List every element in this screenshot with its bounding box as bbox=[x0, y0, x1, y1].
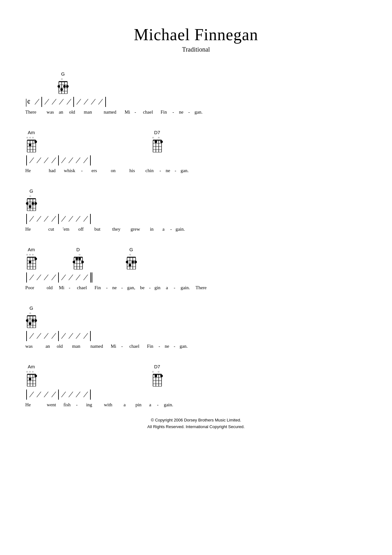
slash: / bbox=[76, 273, 80, 282]
svg-point-96 bbox=[29, 322, 31, 325]
svg-point-83 bbox=[129, 264, 131, 266]
lyric-word: grew bbox=[126, 227, 145, 232]
lyric-word: ne bbox=[163, 168, 173, 173]
slash: / bbox=[98, 97, 103, 107]
slash: / bbox=[44, 390, 48, 399]
lyric-word: old bbox=[66, 109, 78, 115]
lyric-word: named bbox=[86, 344, 108, 349]
music-row-3: G ○ bbox=[25, 183, 367, 232]
slash: / bbox=[36, 331, 41, 341]
lyric-word: Poor bbox=[25, 285, 43, 290]
lyric-word: ers bbox=[85, 168, 104, 173]
slash: / bbox=[36, 214, 41, 224]
lyric-word: a bbox=[162, 285, 172, 290]
svg-point-70 bbox=[78, 258, 81, 260]
svg-point-82 bbox=[132, 261, 134, 263]
slash: / bbox=[52, 97, 56, 107]
lyric-word: gain. bbox=[174, 227, 187, 232]
chord-grid-G5 bbox=[25, 315, 37, 328]
chord-grid-G bbox=[57, 81, 69, 94]
slash: / bbox=[44, 331, 48, 341]
lyric-word: - bbox=[67, 285, 72, 290]
slash: / bbox=[44, 273, 48, 282]
lyric-word: Fin bbox=[144, 344, 156, 349]
lyric-word: gan, bbox=[125, 285, 138, 290]
lyric-word: man bbox=[67, 344, 86, 349]
lyric-word: a bbox=[159, 227, 168, 232]
notation-row-1: |¢ / / / / / / / / / bbox=[25, 95, 367, 109]
slash: / bbox=[51, 331, 56, 341]
lyric-word: - bbox=[119, 344, 125, 349]
lyric-word: Mi bbox=[123, 109, 132, 115]
lyrics-row-3: He cut 'em off but they grew in a - gain… bbox=[25, 227, 367, 232]
lyric-word: chin bbox=[142, 168, 157, 173]
slash: / bbox=[76, 390, 80, 399]
lyric-word: named bbox=[97, 109, 123, 115]
chord-D-4: D ○ bbox=[72, 247, 84, 270]
slash: / bbox=[34, 97, 39, 107]
lyric-word: - bbox=[156, 344, 162, 349]
lyric-word: but bbox=[88, 227, 107, 232]
bar-line bbox=[58, 155, 59, 165]
bar-line bbox=[73, 97, 74, 107]
lyric-word: - bbox=[173, 168, 178, 173]
lyric-word: gan. bbox=[177, 344, 190, 349]
svg-point-44 bbox=[26, 202, 28, 205]
notation-row-5: / / / / / / / / bbox=[25, 329, 367, 343]
slash: / bbox=[83, 97, 88, 107]
svg-point-107 bbox=[34, 375, 37, 377]
slash: / bbox=[68, 390, 73, 399]
bar-line bbox=[58, 331, 59, 341]
slash: / bbox=[76, 97, 81, 107]
lyrics-row-6: He went fish - ing with a pin a - gain. bbox=[25, 402, 367, 408]
svg-point-68 bbox=[73, 261, 75, 263]
slash: / bbox=[68, 331, 73, 341]
chord-Am-4: Am ○ ○ ○ bbox=[25, 247, 37, 270]
slash: / bbox=[91, 97, 95, 107]
double-bar-line bbox=[90, 272, 92, 283]
lyric-word: - bbox=[79, 168, 85, 173]
slash: / bbox=[29, 214, 34, 224]
bar-line bbox=[26, 331, 27, 341]
svg-point-22 bbox=[34, 140, 37, 143]
lyric-word: 'em bbox=[58, 227, 74, 232]
bar-line bbox=[90, 214, 91, 224]
lyric-word: - bbox=[74, 402, 80, 408]
slash: / bbox=[76, 214, 80, 224]
lyric-word: ing bbox=[80, 402, 99, 408]
lyric-word: in bbox=[145, 227, 159, 232]
music-row-6: Am ○ ○ ○ bbox=[25, 359, 367, 408]
slash: / bbox=[83, 331, 88, 341]
svg-point-12 bbox=[66, 85, 69, 88]
lyric-word: gan. bbox=[192, 109, 205, 115]
lyric-word: - bbox=[186, 109, 192, 115]
lyric-word: ne bbox=[162, 344, 172, 349]
lyric-word: an bbox=[56, 109, 66, 115]
svg-point-71 bbox=[81, 261, 84, 263]
lyric-word: was bbox=[25, 344, 43, 349]
slash: / bbox=[36, 156, 41, 165]
music-row-4: Am ○ ○ ○ bbox=[25, 241, 367, 290]
lyric-word: with bbox=[99, 402, 118, 408]
slash: / bbox=[51, 390, 56, 399]
chord-G-3: G ○ bbox=[25, 188, 37, 211]
lyric-word: - bbox=[155, 402, 161, 408]
slash: / bbox=[68, 156, 73, 165]
chord-G-4: G ○ bbox=[125, 247, 137, 270]
lyric-word: ne bbox=[176, 109, 186, 115]
chord-grid-Am bbox=[25, 140, 37, 153]
svg-point-34 bbox=[160, 140, 163, 143]
chord-Am-6: Am ○ ○ ○ bbox=[25, 364, 37, 387]
svg-point-23 bbox=[29, 144, 31, 146]
slash: / bbox=[29, 331, 34, 341]
slash: / bbox=[59, 97, 64, 107]
svg-point-94 bbox=[26, 319, 28, 322]
lyric-word: He bbox=[25, 402, 43, 408]
lyric-word: man bbox=[78, 109, 97, 115]
bar-line bbox=[26, 155, 27, 165]
cut-time: |¢ bbox=[25, 97, 31, 107]
lyric-word: was bbox=[44, 109, 56, 115]
svg-point-84 bbox=[134, 261, 137, 263]
slash: / bbox=[83, 390, 88, 399]
lyric-word: whisk bbox=[60, 168, 79, 173]
